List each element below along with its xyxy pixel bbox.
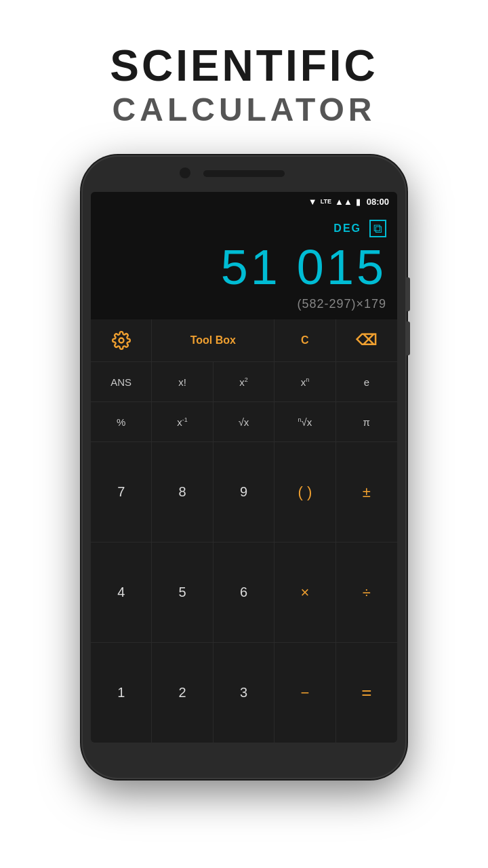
vol-down-button <box>407 321 410 355</box>
backspace-icon: ⌫ <box>356 332 377 349</box>
euler-button[interactable]: e <box>336 362 397 401</box>
equals-button[interactable]: = <box>336 643 397 743</box>
digit-8[interactable]: 8 <box>152 442 213 542</box>
number-section: 7 8 9 ( ) ± 4 5 6 × ÷ <box>91 442 397 743</box>
copy-icon[interactable]: ⧉ <box>369 220 386 237</box>
num-row-1: 7 8 9 ( ) ± <box>91 442 397 542</box>
scientific-row-2: % x-1 √x n√x π <box>91 402 397 442</box>
percent-button[interactable]: % <box>91 402 152 441</box>
pi-button[interactable]: π <box>336 402 397 441</box>
digit-2[interactable]: 2 <box>152 643 213 743</box>
minus-button[interactable]: − <box>274 643 336 743</box>
plus-minus-button[interactable]: ± <box>336 442 397 542</box>
nth-root-button[interactable]: n√x <box>274 402 336 441</box>
page-title: SCIENTIFIC CALCULATOR <box>110 41 378 128</box>
signal-icon: ▲▲ <box>335 197 352 207</box>
multiply-button[interactable]: × <box>274 542 336 642</box>
divide-button[interactable]: ÷ <box>336 542 397 642</box>
num-row-3: 1 2 3 − = <box>91 643 397 743</box>
settings-button[interactable] <box>91 319 152 361</box>
num-row-2: 4 5 6 × ÷ <box>91 542 397 643</box>
digit-4[interactable]: 4 <box>91 542 152 642</box>
scientific-row-1: ANS x! x2 xn e <box>91 362 397 402</box>
lte-icon: LTE <box>321 198 331 205</box>
x-power-n-button[interactable]: xn <box>274 362 336 401</box>
phone-speaker <box>203 170 285 177</box>
ans-button[interactable]: ANS <box>91 362 152 401</box>
phone-frame: ▼ LTE ▲▲ ▮ 08:00 DEG ⧉ 51 015 (582-297)×… <box>81 155 407 779</box>
svg-point-0 <box>119 338 123 343</box>
formula-display: (582-297)×179 <box>297 297 386 311</box>
title-line1: SCIENTIFIC <box>110 41 378 91</box>
x-squared-button[interactable]: x2 <box>214 362 274 401</box>
phone-mockup: ▼ LTE ▲▲ ▮ 08:00 DEG ⧉ 51 015 (582-297)×… <box>81 155 407 779</box>
clear-button[interactable]: C <box>274 319 336 361</box>
digit-7[interactable]: 7 <box>91 442 152 542</box>
toolbox-button[interactable]: Tool Box <box>152 319 274 361</box>
digit-6[interactable]: 6 <box>214 542 274 642</box>
status-bar: ▼ LTE ▲▲ ▮ 08:00 <box>91 192 397 211</box>
digit-5[interactable]: 5 <box>152 542 213 642</box>
title-line2: CALCULATOR <box>110 91 378 128</box>
display-top-bar: DEG ⧉ <box>102 220 386 237</box>
status-icons: ▼ LTE ▲▲ ▮ 08:00 <box>308 197 389 207</box>
factorial-button[interactable]: x! <box>152 362 213 401</box>
x-inverse-button[interactable]: x-1 <box>152 402 213 441</box>
digit-1[interactable]: 1 <box>91 643 152 743</box>
sqrt-button[interactable]: √x <box>214 402 274 441</box>
phone-screen: ▼ LTE ▲▲ ▮ 08:00 DEG ⧉ 51 015 (582-297)×… <box>91 192 397 743</box>
deg-badge[interactable]: DEG <box>333 222 361 235</box>
backspace-button[interactable]: ⌫ <box>336 319 397 361</box>
time-display: 08:00 <box>367 197 389 207</box>
tool-row: Tool Box C ⌫ <box>91 319 397 362</box>
gear-icon <box>112 331 131 350</box>
digit-9[interactable]: 9 <box>214 442 274 542</box>
digit-3[interactable]: 3 <box>214 643 274 743</box>
keypad: Tool Box C ⌫ ANS x! <box>91 319 397 743</box>
parentheses-button[interactable]: ( ) <box>274 442 336 542</box>
wifi-icon: ▼ <box>308 197 317 207</box>
vol-up-button <box>407 277 410 311</box>
phone-camera <box>180 167 190 178</box>
main-result: 51 015 <box>221 243 386 292</box>
calc-display: DEG ⧉ 51 015 (582-297)×179 <box>91 211 397 319</box>
battery-icon: ▮ <box>356 197 361 207</box>
